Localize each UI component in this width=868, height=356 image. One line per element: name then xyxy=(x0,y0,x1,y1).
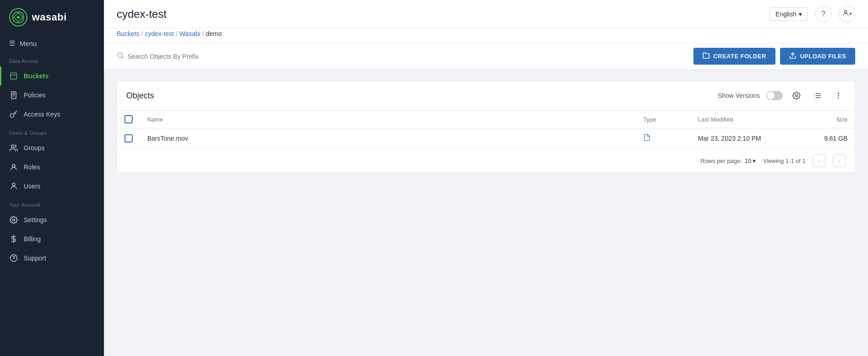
breadcrumb-item-wasabi[interactable]: Wasabi xyxy=(179,30,200,37)
show-versions-label: Show Versions xyxy=(718,92,760,99)
search-icon xyxy=(117,52,124,61)
select-all-checkbox[interactable] xyxy=(124,115,133,123)
sidebar-item-buckets[interactable]: Buckets xyxy=(0,66,104,86)
objects-card: Objects Show Versions xyxy=(117,81,855,173)
sidebar-item-policies[interactable]: Policies xyxy=(0,86,104,105)
billing-icon xyxy=(9,234,18,244)
upload-files-button[interactable]: UPLOAD FILES xyxy=(780,48,855,65)
users-icon xyxy=(9,182,18,191)
objects-header: Objects Show Versions xyxy=(117,81,855,111)
user-profile-button[interactable]: ▾ xyxy=(839,6,855,22)
toolbar: CREATE FOLDER UPLOAD FILES xyxy=(104,43,868,70)
search-input[interactable] xyxy=(128,53,390,60)
sidebar-item-support-label: Support xyxy=(24,254,46,262)
svg-point-7 xyxy=(12,183,15,186)
sidebar-logo: wasabi xyxy=(0,0,104,35)
breadcrumb-sep-3: / xyxy=(202,30,204,37)
svg-point-1 xyxy=(17,16,20,19)
breadcrumb-item-cydex-test[interactable]: cydex-test xyxy=(145,30,174,37)
file-modified-date: Mar 23, 2023 2:10 PM xyxy=(698,135,761,142)
svg-point-24 xyxy=(838,98,839,99)
next-page-button[interactable]: › xyxy=(833,154,846,167)
main-content: cydex-test English ▾ ? ▾ Buck xyxy=(104,0,868,356)
toggle-thumb xyxy=(767,92,775,99)
breadcrumb-bar: Buckets / cydex-test / Wasabi / demo xyxy=(104,28,868,43)
sidebar-item-billing[interactable]: Billing xyxy=(0,229,104,249)
sidebar-item-buckets-label: Buckets xyxy=(24,72,48,80)
content-area: Objects Show Versions xyxy=(104,70,868,356)
breadcrumb-sep-1: / xyxy=(141,30,143,37)
th-modified-label: Last Modified xyxy=(698,116,733,123)
sidebar-item-roles-label: Roles xyxy=(24,163,40,171)
upload-files-label: UPLOAD FILES xyxy=(800,53,846,60)
objects-controls: Show Versions xyxy=(718,88,846,103)
breadcrumb: Buckets / cydex-test / Wasabi / demo xyxy=(117,30,855,37)
sidebar-item-groups[interactable]: Groups xyxy=(0,138,104,158)
td-checkbox xyxy=(117,128,140,149)
rows-per-page-select[interactable]: 10 ▾ xyxy=(745,158,756,164)
show-versions-toggle[interactable] xyxy=(766,91,783,100)
view-toggle-btn[interactable] xyxy=(810,88,825,103)
breadcrumb-item-buckets[interactable]: Buckets xyxy=(117,30,140,37)
more-options-btn[interactable] xyxy=(831,88,846,103)
create-folder-label: CREATE FOLDER xyxy=(713,53,766,60)
groups-icon xyxy=(9,143,18,153)
viewing-info: Viewing 1-1 of 1 xyxy=(763,158,806,164)
wasabi-logo-icon xyxy=(9,8,27,26)
menu-label: Menu xyxy=(20,40,37,47)
help-button[interactable]: ? xyxy=(815,6,832,22)
objects-title: Objects xyxy=(126,91,154,101)
breadcrumb-sep-2: / xyxy=(176,30,178,37)
settings-icon xyxy=(9,215,18,224)
settings-icon-btn[interactable] xyxy=(789,88,804,103)
row-checkbox[interactable] xyxy=(124,134,133,142)
rows-per-page-arrow: ▾ xyxy=(753,158,756,164)
table-header-row: Name Type Last Modified Size xyxy=(117,111,855,128)
svg-rect-2 xyxy=(10,73,17,79)
breadcrumb-item-demo: demo xyxy=(206,30,222,37)
bucket-icon xyxy=(9,71,18,81)
th-modified: Last Modified xyxy=(691,111,791,128)
th-checkbox xyxy=(117,111,140,128)
table-row[interactable]: BarsTone.mov Mar 23, 2023 2:10 P xyxy=(117,128,855,149)
sidebar-item-groups-label: Groups xyxy=(24,144,45,152)
policy-icon xyxy=(9,91,18,100)
sidebar: wasabi ☰ Menu Data Access Buckets Polici… xyxy=(0,0,104,356)
header: cydex-test English ▾ ? ▾ xyxy=(104,0,868,28)
key-icon xyxy=(9,110,18,119)
objects-table: Name Type Last Modified Size xyxy=(117,111,855,148)
menu-button[interactable]: ☰ Menu xyxy=(0,35,104,52)
sidebar-item-access-keys[interactable]: Access Keys xyxy=(0,105,104,124)
pagination-bar: Rows per page: 10 ▾ Viewing 1-1 of 1 ‹ › xyxy=(117,148,855,173)
search-wrapper xyxy=(117,52,390,61)
support-icon xyxy=(9,254,18,263)
rows-per-page: Rows per page: 10 ▾ xyxy=(700,158,756,164)
folder-icon xyxy=(703,52,710,61)
sidebar-item-settings[interactable]: Settings xyxy=(0,210,104,229)
svg-point-5 xyxy=(11,145,14,147)
sidebar-item-access-keys-label: Access Keys xyxy=(24,111,60,118)
svg-point-22 xyxy=(838,93,839,94)
roles-icon xyxy=(9,163,18,172)
page-title: cydex-test xyxy=(117,8,166,20)
toolbar-buttons: CREATE FOLDER UPLOAD FILES xyxy=(693,48,855,65)
menu-icon: ☰ xyxy=(9,39,15,47)
create-folder-button[interactable]: CREATE FOLDER xyxy=(693,48,775,65)
th-size-label: Size xyxy=(836,116,847,123)
language-dropdown-arrow: ▾ xyxy=(799,10,802,18)
svg-point-8 xyxy=(13,219,15,221)
prev-page-button[interactable]: ‹ xyxy=(813,154,826,167)
language-selector[interactable]: English ▾ xyxy=(770,7,808,21)
sidebar-item-support[interactable]: Support xyxy=(0,249,104,268)
sidebar-item-users[interactable]: Users xyxy=(0,177,104,196)
rows-per-page-value: 10 xyxy=(745,158,751,164)
td-size: 9.61 GB xyxy=(791,128,855,149)
th-type-label: Type xyxy=(643,116,656,123)
section-label-data-access: Data Access xyxy=(0,52,104,66)
svg-point-6 xyxy=(12,164,15,167)
rows-per-page-label: Rows per page: xyxy=(700,158,742,164)
help-icon: ? xyxy=(822,10,826,18)
sidebar-item-roles[interactable]: Roles xyxy=(0,158,104,177)
file-name: BarsTone.mov xyxy=(147,135,188,142)
language-label: English xyxy=(775,10,796,18)
